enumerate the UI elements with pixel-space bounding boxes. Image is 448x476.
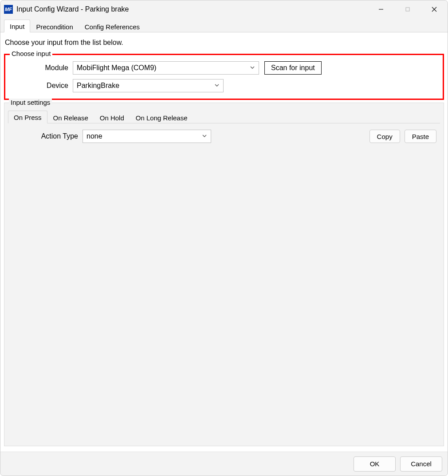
window-controls	[368, 0, 448, 18]
tab-config-references[interactable]: Config References	[79, 20, 145, 32]
cancel-button[interactable]: Cancel	[400, 456, 442, 472]
tab-precondition[interactable]: Precondition	[30, 20, 79, 32]
choose-input-group: Choose input Module MobiFlight Mega (COM…	[4, 54, 444, 100]
device-value: ParkingBrake	[77, 82, 119, 90]
svg-rect-1	[406, 8, 409, 11]
module-value: MobiFlight Mega (COM9)	[77, 64, 157, 72]
device-select[interactable]: ParkingBrake	[73, 79, 224, 92]
maximize-button[interactable]	[394, 0, 421, 18]
tab-input[interactable]: Input	[4, 20, 30, 32]
window: MF Input Config Wizard - Parking brake I…	[0, 0, 448, 476]
titlebar: MF Input Config Wizard - Parking brake	[0, 0, 448, 18]
intro-text: Choose your input from the list below.	[5, 39, 444, 47]
paste-button[interactable]: Paste	[405, 130, 436, 143]
tab-on-hold[interactable]: On Hold	[94, 111, 130, 123]
device-label: Device	[11, 82, 73, 90]
input-settings-group: Input settings On Press On Release On Ho…	[4, 103, 444, 446]
scan-for-input-button[interactable]: Scan for input	[264, 61, 322, 75]
module-select[interactable]: MobiFlight Mega (COM9)	[73, 61, 259, 75]
minimize-icon	[378, 7, 384, 12]
action-type-label: Action Type	[12, 132, 83, 140]
chevron-down-icon	[202, 132, 207, 140]
choose-input-legend: Choose input	[10, 50, 52, 57]
ok-button[interactable]: OK	[354, 456, 396, 472]
tab-on-long-release[interactable]: On Long Release	[130, 111, 193, 123]
minimize-button[interactable]	[368, 0, 394, 18]
device-row: Device ParkingBrake	[11, 79, 437, 92]
tab-on-release[interactable]: On Release	[47, 111, 94, 123]
on-press-panel: Action Type none Copy Paste	[8, 123, 440, 149]
input-settings-legend: Input settings	[9, 99, 52, 106]
action-type-select[interactable]: none	[83, 130, 211, 143]
chevron-down-icon	[214, 82, 220, 90]
footer: OK Cancel	[0, 452, 448, 476]
maximize-icon	[405, 7, 410, 12]
window-title: Input Config Wizard - Parking brake	[16, 5, 129, 13]
module-label: Module	[11, 64, 73, 72]
top-tabs: Input Precondition Config References	[0, 18, 448, 32]
input-settings-tabs: On Press On Release On Hold On Long Rele…	[8, 109, 440, 123]
tab-on-press[interactable]: On Press	[8, 111, 47, 123]
close-icon	[431, 6, 437, 12]
module-row: Module MobiFlight Mega (COM9) Scan for i…	[11, 61, 437, 75]
copy-button[interactable]: Copy	[369, 130, 400, 143]
chevron-down-icon	[250, 64, 255, 72]
content: Choose your input from the list below. C…	[0, 32, 448, 452]
close-button[interactable]	[421, 0, 448, 18]
app-icon: MF	[4, 5, 13, 14]
action-type-value: none	[86, 132, 102, 140]
